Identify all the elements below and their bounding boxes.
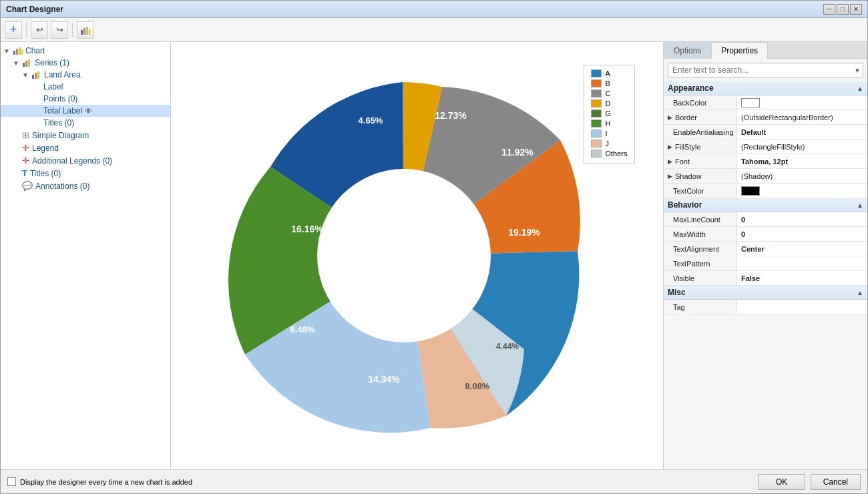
- label-node-label: Label: [43, 82, 63, 91]
- prop-tag-value[interactable]: [737, 300, 867, 314]
- section-misc-header[interactable]: Misc ▲: [664, 286, 867, 300]
- titles-root-label: Titles (0): [30, 169, 61, 178]
- svg-rect-10: [28, 59, 30, 67]
- tree: ▼ Chart ▼: [1, 42, 170, 195]
- section-behavior-label: Behavior: [668, 200, 702, 210]
- designer-checkbox-label: Display the designer every time a new ch…: [20, 478, 192, 486]
- svg-rect-9: [25, 61, 27, 67]
- legend-item-g: G: [591, 109, 627, 117]
- tab-properties[interactable]: Properties: [711, 42, 768, 59]
- svg-rect-8: [23, 63, 25, 67]
- section-appearance-header[interactable]: Appearance ▲: [664, 81, 867, 95]
- prop-maxlinecount-name: MaxLineCount: [664, 212, 737, 226]
- tree-item-label-node[interactable]: Label: [1, 81, 170, 93]
- legend-label-d: D: [605, 99, 610, 107]
- legend-color-a: [591, 69, 602, 77]
- text-color-swatch[interactable]: [741, 186, 760, 196]
- prop-tag: Tag: [664, 300, 867, 314]
- tab-options[interactable]: Options: [664, 42, 711, 59]
- prop-fillstyle-value[interactable]: (RectangleFillStyle): [737, 140, 867, 154]
- cancel-button[interactable]: Cancel: [811, 474, 861, 490]
- prop-antialiasing-name: EnableAntialiasing: [664, 125, 737, 139]
- tree-item-simple-diagram[interactable]: ⊞ Simple Diagram: [1, 129, 170, 142]
- prop-back-color: BackColor: [664, 95, 867, 110]
- svg-rect-0: [81, 30, 83, 35]
- undo-button[interactable]: ↩: [31, 21, 48, 39]
- pct-b: 11.92%: [501, 147, 533, 158]
- bottom-bar: Display the designer every time a new ch…: [1, 469, 867, 493]
- legend-label-c: C: [605, 89, 610, 97]
- minimize-button[interactable]: ─: [823, 4, 835, 15]
- chart-node-icon: [13, 46, 23, 55]
- points-node-label: Points (0): [43, 94, 77, 103]
- prop-textalignment-name: TextAlignment: [664, 242, 737, 256]
- ok-button[interactable]: OK: [758, 474, 805, 490]
- titles-root-icon: T: [22, 168, 27, 178]
- bottom-bar-right: OK Cancel: [758, 474, 861, 490]
- prop-shadow-value[interactable]: (Shadow): [737, 169, 867, 183]
- maximize-button[interactable]: □: [837, 4, 849, 15]
- total-label-node-label: Total Label: [43, 106, 82, 115]
- redo-button[interactable]: ↪: [51, 21, 68, 39]
- svg-rect-11: [32, 75, 34, 79]
- section-appearance-label: Appearance: [668, 83, 714, 93]
- tree-item-titles-root[interactable]: T Titles (0): [1, 167, 170, 180]
- legend-color-c: [591, 89, 602, 97]
- svg-rect-13: [37, 71, 39, 79]
- add-button[interactable]: +: [5, 21, 22, 39]
- tree-item-annotations[interactable]: 💬 Annotations (0): [1, 180, 170, 192]
- prop-font: ▶Font Tahoma, 12pt: [664, 154, 867, 169]
- tree-item-additional-legends[interactable]: ✛ Additional Legends (0): [1, 154, 170, 167]
- chart-button[interactable]: [77, 21, 94, 39]
- tree-item-legend[interactable]: ✛ Legend: [1, 142, 170, 154]
- legend-icon: ✛: [22, 143, 29, 153]
- tree-item-chart[interactable]: ▼ Chart: [1, 45, 170, 57]
- designer-checkbox[interactable]: [7, 477, 16, 486]
- prop-fillstyle-name: ▶FillStyle: [664, 140, 737, 154]
- legend-item-others: Others: [591, 150, 627, 158]
- svg-rect-7: [21, 49, 23, 55]
- collapse-appearance-icon: ▲: [857, 85, 863, 92]
- prop-textcolor-value[interactable]: [737, 184, 867, 198]
- prop-visible-value: False: [737, 271, 867, 285]
- properties-content: Appearance ▲ BackColor ▶Border (Outside: [664, 81, 867, 469]
- prop-maxwidth: MaxWidth 0: [664, 227, 867, 242]
- legend-label-i: I: [605, 130, 607, 138]
- back-color-swatch[interactable]: [741, 98, 760, 107]
- eye-icon[interactable]: 👁: [85, 107, 92, 115]
- prop-border-value[interactable]: (OutsideRectangularBorder): [737, 110, 867, 124]
- search-box: ▼: [668, 63, 863, 77]
- landarea-node-label: Land Area: [44, 70, 81, 79]
- prop-textcolor-name: TextColor: [664, 184, 737, 198]
- prop-tag-name: Tag: [664, 300, 737, 314]
- chart-icon: [80, 25, 91, 35]
- annotations-label: Annotations (0): [35, 182, 89, 191]
- prop-textalignment: TextAlignment Center: [664, 242, 867, 256]
- window-title: Chart Designer: [6, 5, 63, 14]
- tree-item-total-label[interactable]: Total Label 👁: [1, 105, 170, 117]
- legend-label-h: H: [605, 119, 610, 128]
- legend-item-a: A: [591, 69, 627, 77]
- search-input[interactable]: [668, 63, 863, 77]
- section-behavior-header[interactable]: Behavior ▲: [664, 198, 867, 212]
- pct-a: 19.19%: [508, 227, 540, 238]
- prop-font-value[interactable]: Tahoma, 12pt: [737, 154, 867, 168]
- expand-icon-series: ▼: [13, 59, 22, 67]
- prop-textpattern-value[interactable]: [737, 256, 867, 270]
- legend-item-d: D: [591, 99, 627, 107]
- prop-fillstyle: ▶FillStyle (RectangleFillStyle): [664, 140, 867, 154]
- prop-textalignment-value: Center: [737, 242, 867, 256]
- legend-label-a: A: [605, 69, 610, 77]
- tree-item-land-area[interactable]: ▼ Land Area: [1, 69, 170, 81]
- pct-g: 16.16%: [291, 224, 323, 234]
- prop-back-color-value[interactable]: [737, 95, 867, 109]
- tree-item-points[interactable]: Points (0): [1, 93, 170, 105]
- prop-textpattern: TextPattern: [664, 256, 867, 271]
- separator-2: [72, 23, 73, 37]
- separator-1: [26, 23, 27, 37]
- border-expand-arrow: ▶: [668, 114, 672, 121]
- legend-label-others: Others: [605, 150, 627, 158]
- close-button[interactable]: ✕: [850, 4, 862, 15]
- tree-item-series[interactable]: ▼ Series (1): [1, 57, 170, 69]
- tree-item-titles-land[interactable]: Titles (0): [1, 117, 170, 129]
